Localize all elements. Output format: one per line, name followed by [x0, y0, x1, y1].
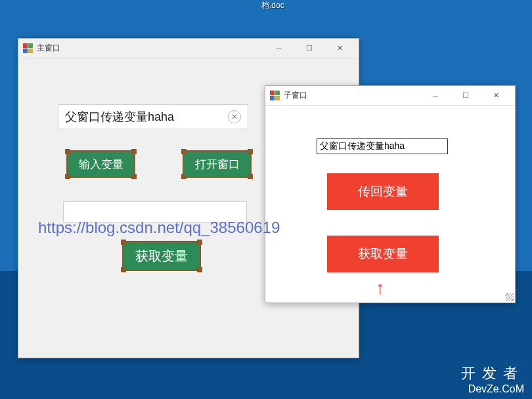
desktop-file-icon[interactable]: 档.doc [261, 0, 284, 11]
parent-textbox-main[interactable]: 父窗口传递变量haha ✕ [58, 104, 248, 129]
close-button[interactable]: ✕ [324, 39, 355, 58]
maximize-button[interactable]: ☐ [451, 86, 481, 105]
brand-en: DevZe.CoM [461, 383, 524, 395]
parent-window-title: 主窗口 [37, 43, 60, 54]
brand-cn: 开发者 [461, 364, 524, 383]
app-icon [269, 91, 280, 101]
window-controls: ─ ☐ ✕ [420, 86, 511, 105]
return-variable-button[interactable]: 传回变量 [327, 173, 439, 210]
child-textbox[interactable] [317, 138, 448, 154]
open-window-button[interactable]: 打开窗口 [183, 150, 252, 178]
maximize-button[interactable]: ☐ [294, 39, 324, 58]
minimize-button[interactable]: ─ [264, 39, 294, 58]
resize-grip[interactable] [506, 293, 514, 301]
get-variable-button[interactable]: 获取变量 [122, 241, 201, 271]
child-get-variable-button[interactable]: 获取变量 [327, 236, 439, 272]
brand-logo: 开发者 DevZe.CoM [461, 364, 524, 395]
close-button[interactable]: ✕ [481, 86, 511, 105]
child-window-title: 子窗口 [284, 90, 307, 101]
child-titlebar[interactable]: 子窗口 ─ ☐ ✕ [265, 86, 515, 106]
input-variable-button[interactable]: 输入变量 [66, 150, 135, 178]
desktop-file-label: 档.doc [261, 1, 284, 10]
minimize-button[interactable]: ─ [420, 86, 451, 105]
child-window: 子窗口 ─ ☐ ✕ 传回变量 获取变量 ↑ [265, 85, 516, 303]
parent-textbox-value: 父窗口传递变量haha [65, 109, 174, 125]
child-client-area: 传回变量 获取变量 ↑ [265, 106, 515, 303]
parent-titlebar[interactable]: 主窗口 ─ ☐ ✕ [18, 39, 359, 58]
clear-input-icon[interactable]: ✕ [228, 110, 241, 123]
watermark-url: https://blog.csdn.net/qq_38560619 [38, 219, 280, 237]
app-icon [22, 43, 33, 54]
window-controls: ─ ☐ ✕ [264, 39, 355, 58]
arrow-up-icon: ↑ [376, 278, 385, 299]
